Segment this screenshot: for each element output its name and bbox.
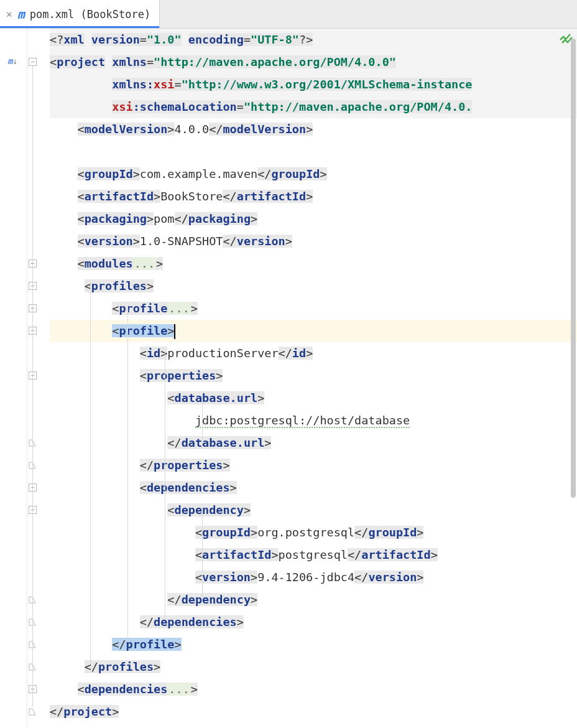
scrollbar-thumb[interactable]	[571, 39, 576, 498]
code-line[interactable]: xmlns:xsi="http://www.w3.org/2001/XMLSch…	[50, 73, 577, 96]
code-line[interactable]: </profile>	[50, 633, 577, 656]
code-line[interactable]: </database.url>	[50, 432, 577, 454]
code-line[interactable]: <database.url>	[50, 387, 577, 409]
code-line[interactable]: </project>	[50, 701, 577, 723]
code-line[interactable]: </properties>	[50, 454, 577, 477]
code-line[interactable]: <dependency>	[50, 499, 577, 521]
maven-file-icon: m	[17, 7, 25, 22]
code-line[interactable]: <?xml version="1.0" encoding="UTF-8"?>	[50, 29, 577, 51]
code-line[interactable]: </dependencies>	[50, 611, 577, 633]
code-line[interactable]: <dependencies>	[50, 477, 577, 499]
code-line[interactable]: xsi:schemaLocation="http://maven.apache.…	[50, 96, 577, 118]
fold-gutter: − + − + − − − − +	[27, 29, 50, 728]
code-line[interactable]: <version>9.4-1206-jdbc4</version>	[50, 566, 577, 589]
code-line[interactable]: <dependencies...>	[50, 678, 577, 701]
tab-title: pom.xml (BookStore)	[30, 8, 150, 21]
code-line[interactable]: <packaging>pom</packaging>	[50, 208, 577, 230]
close-icon[interactable]: ✕	[6, 8, 12, 20]
editor-tab[interactable]: ✕ m pom.xml (BookStore)	[0, 0, 160, 28]
code-line[interactable]: <version>1.0-SNAPSHOT</version>	[50, 230, 577, 253]
code-line[interactable]: <artifactId>BookStore</artifactId>	[50, 185, 577, 208]
tab-bar: ✕ m pom.xml (BookStore)	[0, 0, 577, 29]
scrollbar[interactable]	[571, 39, 577, 499]
gutter: m↓ 💡	[0, 29, 27, 728]
code-line[interactable]: <project xmlns="http://maven.apache.org/…	[50, 51, 577, 73]
code-line[interactable]: <profiles>	[50, 275, 577, 297]
code-line[interactable]: <groupId>com.example.maven</groupId>	[50, 163, 577, 185]
fold-toggle-icon[interactable]: −	[29, 58, 37, 66]
code-line[interactable]: <modules...>	[50, 253, 577, 275]
code-line[interactable]: <groupId>org.postgresql</groupId>	[50, 521, 577, 544]
code-editor[interactable]: <?xml version="1.0" encoding="UTF-8"?> <…	[50, 29, 577, 728]
code-line[interactable]	[50, 141, 577, 163]
code-line[interactable]: <modelVersion>4.0.0</modelVersion>	[50, 118, 577, 141]
code-line[interactable]: </profiles>	[50, 656, 577, 678]
fold-end-icon[interactable]	[28, 707, 37, 717]
code-line[interactable]: <id>productionServer</id>	[50, 342, 577, 365]
code-line[interactable]: <properties>	[50, 365, 577, 387]
code-line[interactable]: <profile...>	[50, 297, 577, 320]
code-line[interactable]: </dependency>	[50, 589, 577, 611]
inspection-status-icon[interactable]	[560, 32, 573, 46]
maven-gutter-icon[interactable]: m↓	[7, 56, 17, 66]
text-cursor	[174, 324, 175, 339]
code-line[interactable]: jdbc:postgresql://host/database	[50, 409, 577, 432]
code-line[interactable]: <artifactId>postgresql</artifactId>	[50, 544, 577, 566]
code-line[interactable]: <profile>	[50, 320, 577, 342]
